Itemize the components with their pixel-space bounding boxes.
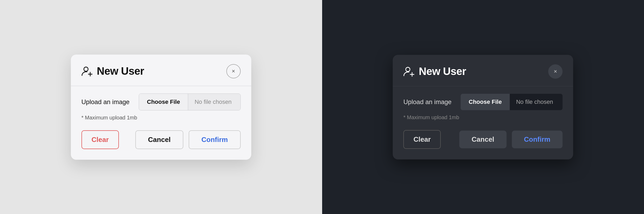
- light-cancel-button[interactable]: Cancel: [135, 130, 183, 149]
- light-max-upload-note: * Maximum upload 1mb: [81, 115, 241, 121]
- dark-max-upload-note: * Maximum upload 1mb: [403, 114, 563, 121]
- dark-divider: [393, 86, 573, 86]
- user-add-icon-light: [81, 65, 93, 77]
- light-choose-file-button[interactable]: Choose File: [139, 94, 188, 110]
- dark-close-icon: ×: [554, 69, 557, 74]
- light-divider: [71, 86, 251, 86]
- dark-close-button[interactable]: ×: [548, 64, 563, 79]
- dark-modal: New User × Upload an image Choose File N…: [393, 55, 573, 159]
- dark-modal-footer: Clear Cancel Confirm: [403, 130, 563, 149]
- dark-panel: New User × Upload an image Choose File N…: [322, 0, 644, 214]
- light-close-button[interactable]: ×: [226, 64, 241, 78]
- light-modal-footer: Clear Cancel Confirm: [81, 130, 241, 149]
- light-modal-header: New User ×: [81, 64, 241, 78]
- dark-modal-header: New User ×: [403, 64, 563, 79]
- dark-choose-file-button[interactable]: Choose File: [461, 94, 510, 110]
- light-panel: New User × Upload an image Choose File N…: [0, 0, 322, 214]
- dark-cancel-button[interactable]: Cancel: [459, 131, 506, 148]
- user-add-icon-dark: [403, 66, 415, 77]
- svg-point-3: [406, 67, 410, 72]
- dark-no-file-label: No file chosen: [510, 94, 563, 110]
- light-no-file-label: No file chosen: [188, 94, 240, 110]
- light-clear-button[interactable]: Clear: [81, 130, 119, 149]
- light-title-group: New User: [81, 65, 144, 77]
- dark-modal-title: New User: [419, 65, 466, 77]
- dark-clear-button[interactable]: Clear: [403, 130, 441, 149]
- svg-point-0: [84, 67, 88, 71]
- dark-file-input-wrapper: Choose File No file chosen: [461, 94, 563, 110]
- light-modal-title: New User: [97, 65, 144, 77]
- light-confirm-button[interactable]: Confirm: [189, 130, 241, 149]
- dark-upload-row: Upload an image Choose File No file chos…: [403, 94, 563, 110]
- light-upload-label: Upload an image: [81, 98, 135, 106]
- dark-upload-label: Upload an image: [403, 98, 456, 106]
- light-upload-row: Upload an image Choose File No file chos…: [81, 93, 241, 110]
- dark-title-group: New User: [403, 65, 466, 77]
- dark-confirm-button[interactable]: Confirm: [512, 131, 563, 148]
- light-close-icon: ×: [232, 68, 235, 74]
- light-file-input-wrapper: Choose File No file chosen: [139, 93, 241, 110]
- light-modal: New User × Upload an image Choose File N…: [71, 55, 251, 160]
